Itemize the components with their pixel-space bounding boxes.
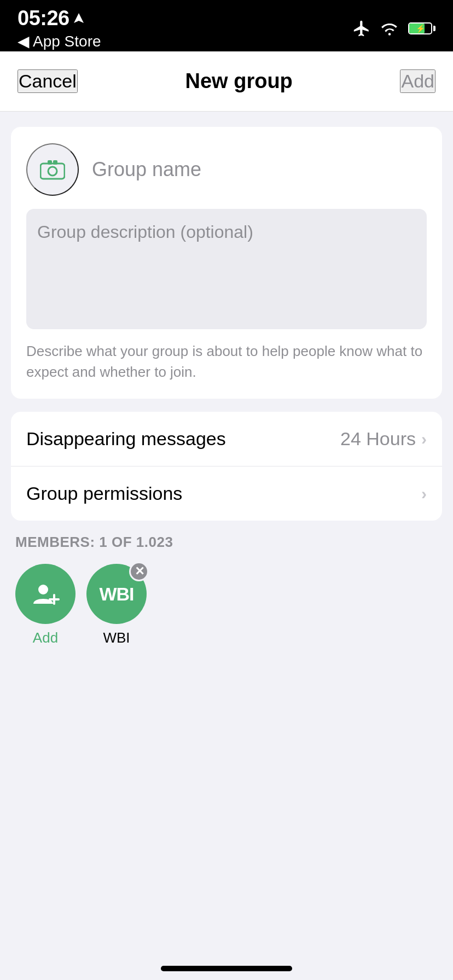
disappearing-messages-value: 24 Hours <box>340 428 416 450</box>
status-bar: 05:26 ◀ App Store ⚡ <box>0 0 453 51</box>
group-permissions-value-row: › <box>421 485 427 503</box>
add-person-icon <box>30 579 61 609</box>
wbi-member-name: WBI <box>103 629 130 646</box>
svg-rect-0 <box>40 164 65 179</box>
group-description-input[interactable] <box>26 209 427 329</box>
members-section: MEMBERS: 1 OF 1.023 Add <box>11 534 442 646</box>
back-arrow-icon: ◀ <box>18 32 30 50</box>
wifi-icon <box>380 21 399 36</box>
status-right-icons: ⚡ <box>352 19 435 38</box>
add-member-avatar <box>15 564 76 624</box>
group-name-row <box>26 143 427 196</box>
nav-bar: Cancel New group Add <box>0 51 453 112</box>
camera-icon <box>40 159 65 180</box>
add-member-item[interactable]: Add <box>15 564 76 646</box>
wbi-member-avatar: WBI ✕ <box>86 564 147 624</box>
time-text: 05:26 <box>18 7 69 30</box>
svg-point-4 <box>38 585 48 594</box>
status-left: 05:26 ◀ App Store <box>18 7 101 50</box>
group-permissions-label: Group permissions <box>26 483 182 504</box>
add-button[interactable]: Add <box>400 69 435 93</box>
chevron-right-icon: › <box>421 430 427 448</box>
airplane-icon <box>352 19 371 38</box>
app-store-back[interactable]: ◀ App Store <box>18 32 101 50</box>
chevron-right-icon-2: › <box>421 485 427 503</box>
page-title: New group <box>185 69 293 93</box>
battery-icon: ⚡ <box>408 22 435 34</box>
group-permissions-row[interactable]: Group permissions › <box>11 466 442 521</box>
main-content: Describe what your group is about to hel… <box>0 112 453 662</box>
wbi-initials: WBI <box>99 584 133 605</box>
disappearing-messages-row[interactable]: Disappearing messages 24 Hours › <box>11 412 442 466</box>
disappearing-messages-label: Disappearing messages <box>26 428 226 450</box>
app-store-label: App Store <box>33 33 101 50</box>
settings-card: Disappearing messages 24 Hours › Group p… <box>11 412 442 521</box>
description-hint: Describe what your group is about to hel… <box>26 341 427 382</box>
disappearing-messages-value-row: 24 Hours › <box>340 428 427 450</box>
home-indicator <box>161 966 292 971</box>
remove-member-button[interactable]: ✕ <box>129 562 149 581</box>
location-icon <box>74 13 84 25</box>
camera-button[interactable] <box>26 143 79 196</box>
cancel-button[interactable]: Cancel <box>18 69 78 93</box>
svg-rect-2 <box>48 160 52 165</box>
members-list: Add WBI ✕ WBI <box>15 564 438 646</box>
status-time: 05:26 <box>18 7 101 30</box>
add-member-label: Add <box>33 629 58 646</box>
members-label: MEMBERS: 1 OF 1.023 <box>15 534 438 551</box>
svg-rect-3 <box>53 160 57 165</box>
group-info-card: Describe what your group is about to hel… <box>11 127 442 399</box>
wbi-member-item[interactable]: WBI ✕ WBI <box>86 564 147 646</box>
svg-point-1 <box>48 167 57 176</box>
group-name-input[interactable] <box>92 158 427 181</box>
